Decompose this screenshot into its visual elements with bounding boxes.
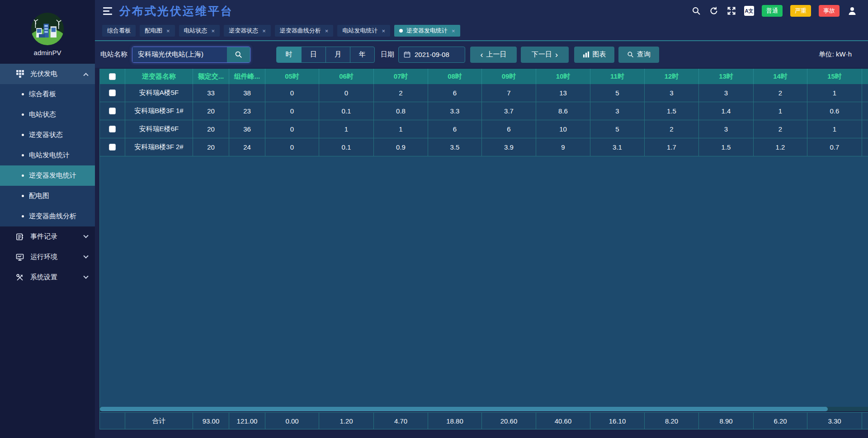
sidebar-item-distribution-diagram[interactable]: 配电图 (0, 186, 95, 206)
total-empty-cell (100, 413, 125, 429)
table-row[interactable]: 安科瑞E楼6F2036011661052321 (100, 120, 868, 138)
query-button[interactable]: 查询 (618, 47, 659, 63)
tab-inverter-curve-analysis[interactable]: 逆变器曲线分析× (275, 25, 334, 37)
select-all-cell (100, 69, 125, 84)
row-checkbox[interactable] (109, 126, 116, 132)
bullet-icon (22, 195, 24, 197)
value-cell: 0.6 (807, 102, 862, 120)
inverter-name-cell: 安科瑞B楼3F 2# (125, 138, 193, 156)
tab-dashboard[interactable]: 综合看板 (102, 25, 136, 37)
chevron-down-icon (83, 233, 88, 238)
search-icon[interactable] (691, 6, 701, 16)
sidebar-item-inverter-status[interactable]: 逆变器状态 (0, 125, 95, 145)
tab-station-generation-stats[interactable]: 电站发电统计× (337, 25, 390, 37)
period-year-button[interactable]: 年 (350, 47, 374, 62)
search-icon (627, 51, 634, 58)
station-name-group (132, 47, 250, 63)
tab-bar: 综合看板配电图×电站状态×逆变器状态×逆变器曲线分析×电站发电统计×逆变器发电统… (95, 22, 868, 41)
table-row[interactable]: 安科瑞B楼3F 2#202400.10.93.53.993.11.71.51.2… (100, 138, 868, 156)
tab-inverter-status[interactable]: 逆变器状态× (224, 25, 271, 37)
bullet-icon (22, 154, 24, 156)
station-name-label: 电站名称 (100, 50, 127, 59)
value-cell: 33 (193, 84, 229, 102)
filter-bar: 电站名称 时日月年 日期 2021-09-08 ‹ 上一日 下一日 (95, 41, 868, 68)
total-value-cell: 16.10 (590, 413, 645, 429)
value-cell: 2 (754, 120, 807, 138)
tab-inverter-generation-stats[interactable]: 逆变器发电统计× (394, 25, 460, 37)
table-row[interactable]: 安科瑞B楼3F 1#202300.10.83.33.78.631.51.410.… (100, 102, 868, 120)
total-value-cell: 8.20 (645, 413, 699, 429)
value-cell: 23 (229, 102, 265, 120)
value-cell: 0 (265, 102, 319, 120)
inverter-name-cell: 安科瑞E楼6F (125, 120, 193, 138)
tab-distribution-diagram[interactable]: 配电图× (140, 25, 175, 37)
alarm-badge-accident[interactable]: 事故 (819, 5, 840, 17)
total-value-cell: 8.90 (699, 413, 754, 429)
tab-close-icon[interactable]: × (262, 28, 266, 34)
column-header: 06时 (319, 69, 374, 84)
period-hour-button[interactable]: 时 (277, 47, 301, 62)
value-cell: 5 (590, 84, 645, 102)
value-cell: 3 (590, 102, 645, 120)
row-checkbox[interactable] (109, 89, 116, 96)
value-cell: 6 (428, 120, 482, 138)
value-cell: 24 (229, 138, 265, 156)
row-checkbox[interactable] (109, 108, 116, 114)
period-day-button[interactable]: 日 (301, 47, 326, 62)
period-month-button[interactable]: 月 (326, 47, 350, 62)
sidebar-item-inverter-generation-stats[interactable]: 逆变器发电统计 (0, 165, 95, 186)
sidebar-collapse-icon[interactable] (103, 7, 112, 15)
horizontal-scrollbar[interactable] (100, 407, 868, 411)
value-cell: 6 (482, 120, 536, 138)
table-row[interactable]: 安科瑞A楼5F3338002671353321 (100, 84, 868, 102)
chart-button[interactable]: 图表 (574, 47, 614, 63)
horizontal-scrollbar-thumb[interactable] (100, 407, 828, 411)
tab-close-icon[interactable]: × (325, 28, 329, 34)
column-header: 13时 (699, 69, 754, 84)
row-checkbox[interactable] (109, 144, 116, 151)
alarm-badge-normal[interactable]: 普通 (762, 5, 783, 17)
sidebar-item-label: 配电图 (29, 192, 49, 200)
prev-day-button[interactable]: ‹ 上一日 (470, 47, 517, 63)
sidebar-group-system-settings[interactable]: 系统设置 (0, 267, 95, 287)
column-header: 09时 (482, 69, 536, 84)
row-select-cell (100, 84, 125, 102)
app-root: adminPV 光伏发电综合看板电站状态逆变器状态电站发电统计逆变器发电统计配电… (0, 0, 868, 438)
tab-close-icon[interactable]: × (166, 28, 170, 34)
row-filler-cell (862, 84, 868, 102)
column-header: 05时 (265, 69, 319, 84)
row-filler-cell (862, 138, 868, 156)
value-cell: 0.7 (807, 138, 862, 156)
station-search-button[interactable] (227, 47, 250, 62)
select-all-checkbox[interactable] (109, 73, 116, 80)
sidebar-group-runtime-environment[interactable]: 运行环境 (0, 247, 95, 267)
sidebar: adminPV 光伏发电综合看板电站状态逆变器状态电站发电统计逆变器发电统计配电… (0, 0, 95, 438)
bullet-icon (22, 174, 24, 177)
fullscreen-icon[interactable] (726, 6, 736, 16)
sidebar-group-label: 光伏发电 (30, 70, 57, 78)
tab-close-icon[interactable]: × (382, 28, 385, 34)
value-cell: 0 (265, 84, 319, 102)
refresh-icon[interactable] (709, 6, 719, 16)
tab-close-icon[interactable]: × (212, 28, 215, 34)
tab-station-status[interactable]: 电站状态× (179, 25, 220, 37)
value-cell: 6 (428, 84, 482, 102)
next-day-button[interactable]: 下一日 › (521, 47, 569, 63)
translate-icon[interactable]: A文 (744, 6, 754, 16)
sidebar-item-station-generation-stats[interactable]: 电站发电统计 (0, 145, 95, 165)
sidebar-item-station-status[interactable]: 电站状态 (0, 104, 95, 125)
user-icon[interactable] (847, 6, 857, 16)
column-header: 组件峰... (229, 69, 265, 84)
total-value-cell: 4.70 (374, 413, 428, 429)
column-header-filler (862, 69, 868, 84)
value-cell: 20 (193, 138, 229, 156)
sidebar-group-pv-generation[interactable]: 光伏发电 (0, 64, 95, 84)
sidebar-item-inverter-curve-analysis[interactable]: 逆变器曲线分析 (0, 206, 95, 226)
sidebar-group-event-log[interactable]: 事件记录 (0, 226, 95, 247)
alarm-badge-severe[interactable]: 严重 (790, 5, 811, 17)
tab-close-icon[interactable]: × (452, 28, 455, 34)
sidebar-item-dashboard[interactable]: 综合看板 (0, 84, 95, 104)
station-name-input[interactable] (132, 47, 227, 62)
date-picker[interactable]: 2021-09-08 (398, 47, 465, 63)
total-value-cell: 121.00 (229, 413, 265, 429)
